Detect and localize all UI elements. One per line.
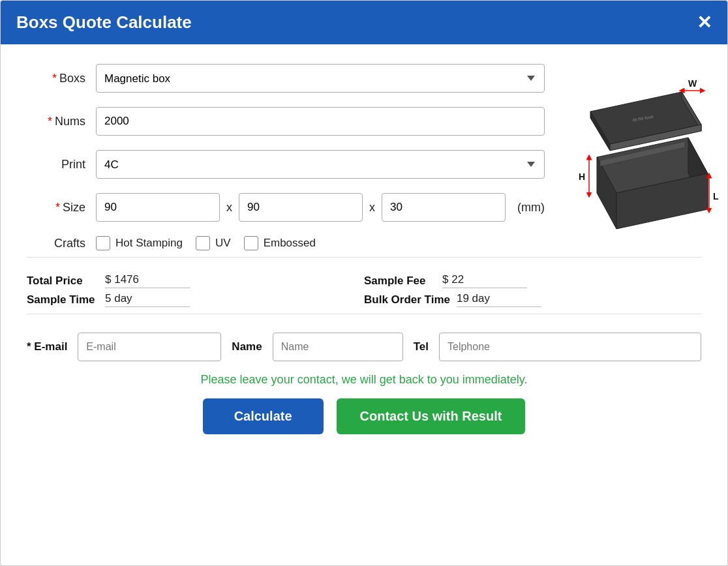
sample-time-label: Sample Time bbox=[27, 293, 99, 306]
box-svg: its for love W H L bbox=[558, 72, 727, 242]
craft-uv-item: UV bbox=[196, 236, 231, 250]
size-w-input[interactable] bbox=[96, 193, 220, 222]
contact-section: * E-mail Name Tel bbox=[27, 333, 701, 361]
info-left: Total Price $ 1476 Sample Time 5 day bbox=[27, 273, 364, 307]
bulk-order-time-row: Bulk Order Time 19 day bbox=[364, 292, 701, 307]
craft-embossed-label: Embossed bbox=[264, 237, 316, 250]
craft-embossed-checkbox[interactable] bbox=[244, 236, 258, 250]
modal-title: Boxs Quote Calculate bbox=[16, 12, 192, 33]
bulk-order-time-label: Bulk Order Time bbox=[364, 293, 450, 306]
results-section: Total Price $ 1476 Sample Time 5 day Sam… bbox=[27, 264, 701, 307]
divider-2 bbox=[27, 314, 701, 314]
craft-uv-label: UV bbox=[215, 237, 231, 250]
print-row: Print 4C 1C 2C CMYK No Print bbox=[27, 150, 545, 179]
top-section: *Boxs Magnetic box Folding box Rigid box… bbox=[27, 64, 701, 250]
required-star-size: * bbox=[55, 201, 60, 214]
modal-header: Boxs Quote Calculate ✕ bbox=[1, 1, 727, 44]
craft-hot-stamping-label: Hot Stamping bbox=[115, 237, 183, 250]
email-input[interactable] bbox=[78, 333, 221, 361]
size-l-input[interactable] bbox=[239, 193, 363, 222]
email-label: * E-mail bbox=[27, 340, 67, 353]
total-price-value: $ 1476 bbox=[105, 273, 190, 288]
craft-hot-stamping-item: Hot Stamping bbox=[96, 236, 183, 250]
boxs-row: *Boxs Magnetic box Folding box Rigid box… bbox=[27, 64, 545, 93]
crafts-row: Crafts Hot Stamping UV Embossed bbox=[27, 236, 545, 250]
size-label: *Size bbox=[27, 201, 85, 215]
name-input[interactable] bbox=[273, 333, 403, 361]
size-row: *Size x x (mm) bbox=[27, 193, 545, 222]
total-price-row: Total Price $ 1476 bbox=[27, 273, 364, 288]
craft-uv-checkbox[interactable] bbox=[196, 236, 210, 250]
bulk-order-time-value: 19 day bbox=[457, 292, 541, 307]
size-x2: x bbox=[369, 201, 375, 215]
box-image-area: its for love W H L bbox=[558, 64, 727, 250]
size-inputs: x x (mm) bbox=[96, 193, 545, 222]
form-area: *Boxs Magnetic box Folding box Rigid box… bbox=[27, 64, 545, 250]
tel-label: Tel bbox=[414, 340, 429, 353]
sample-time-value: 5 day bbox=[105, 292, 190, 307]
size-unit: (mm) bbox=[517, 201, 545, 215]
craft-hot-stamping-checkbox[interactable] bbox=[96, 236, 110, 250]
nums-label: *Nums bbox=[27, 115, 85, 128]
svg-text:L: L bbox=[713, 191, 719, 201]
boxs-select[interactable]: Magnetic box Folding box Rigid box Corru… bbox=[96, 64, 545, 93]
crafts-options: Hot Stamping UV Embossed bbox=[96, 236, 316, 250]
sample-time-row: Sample Time 5 day bbox=[27, 292, 364, 307]
info-right: Sample Fee $ 22 Bulk Order Time 19 day bbox=[364, 273, 701, 307]
calculate-button[interactable]: Calculate bbox=[203, 398, 324, 434]
size-h-input[interactable] bbox=[382, 193, 506, 222]
nums-input[interactable] bbox=[96, 107, 545, 136]
required-star-nums: * bbox=[48, 115, 52, 128]
close-button[interactable]: ✕ bbox=[697, 14, 712, 32]
total-price-label: Total Price bbox=[27, 275, 99, 288]
leave-contact-message: Please leave your contact, we will get b… bbox=[27, 373, 701, 387]
sample-fee-value: $ 22 bbox=[442, 273, 527, 288]
size-x1: x bbox=[226, 201, 232, 215]
sample-fee-label: Sample Fee bbox=[364, 275, 436, 288]
crafts-label: Crafts bbox=[27, 237, 85, 250]
print-label: Print bbox=[27, 158, 85, 171]
svg-text:H: H bbox=[579, 171, 585, 182]
modal-body: *Boxs Magnetic box Folding box Rigid box… bbox=[1, 44, 727, 565]
sample-fee-row: Sample Fee $ 22 bbox=[364, 273, 701, 288]
required-star-boxs: * bbox=[52, 72, 57, 85]
modal-dialog: Boxs Quote Calculate ✕ *Boxs Magnetic bo… bbox=[0, 0, 728, 566]
name-label: Name bbox=[232, 340, 262, 353]
print-select[interactable]: 4C 1C 2C CMYK No Print bbox=[96, 150, 545, 179]
button-row: Calculate Contact Us with Result bbox=[27, 398, 701, 434]
tel-input[interactable] bbox=[439, 333, 701, 361]
svg-text:W: W bbox=[688, 78, 697, 89]
craft-embossed-item: Embossed bbox=[244, 236, 316, 250]
nums-row: *Nums bbox=[27, 107, 545, 136]
divider-1 bbox=[27, 257, 701, 258]
boxs-label: *Boxs bbox=[27, 72, 85, 85]
contact-button[interactable]: Contact Us with Result bbox=[337, 398, 526, 434]
